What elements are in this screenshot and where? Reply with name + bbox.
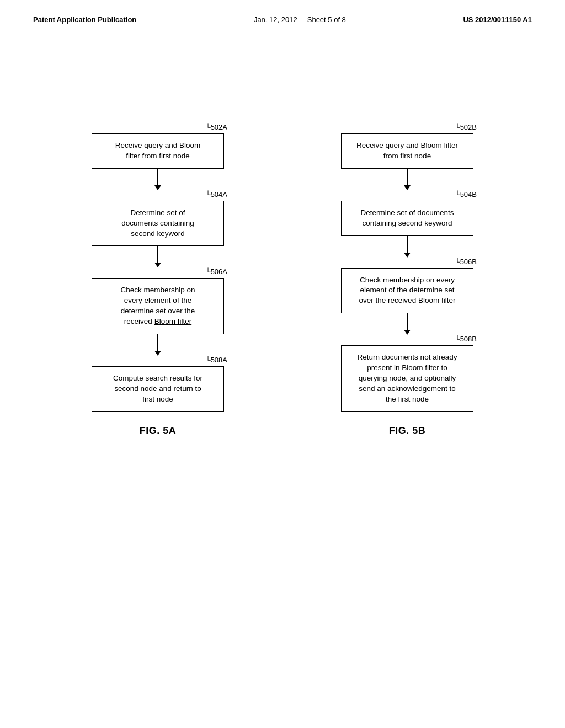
fig-label-5a: FIG. 5A	[140, 425, 177, 437]
labeled-box-508a: └508A Compute search results forsecond n…	[92, 356, 224, 412]
arrow-head-1b	[404, 185, 411, 190]
arrow-line-1a	[157, 169, 158, 185]
arrow-3b	[404, 313, 411, 335]
tag-line-506a: └506A	[92, 267, 224, 277]
tag-line-504a: └504A	[92, 190, 224, 200]
arrow-head-2a	[154, 263, 161, 267]
diagram-5b: └502B Receive query and Bloom filterfrom…	[313, 123, 501, 437]
diagram-5a: └502A Receive query and Bloomfilter from…	[64, 123, 252, 437]
flow-box-504a: Determine set ofdocuments containingseco…	[92, 201, 224, 247]
tag-506a: └506A	[205, 267, 227, 276]
arrow-2a	[154, 246, 161, 267]
header-date-sheet: Jan. 12, 2012 Sheet 5 of 8	[254, 15, 346, 24]
tag-line-508b: └508B	[341, 335, 473, 345]
arrow-head-3b	[404, 330, 411, 335]
header-publication-label: Patent Application Publication	[33, 15, 136, 24]
arrow-line-3a	[157, 334, 158, 351]
arrow-head-2b	[404, 253, 411, 258]
tag-line-504b: └504B	[341, 190, 473, 200]
tag-508a: └508A	[205, 356, 227, 364]
arrow-head-3a	[154, 351, 161, 356]
tag-504b: └504B	[455, 190, 477, 199]
labeled-box-508b: └508B Return documents not alreadypresen…	[341, 335, 473, 411]
labeled-box-502b: └502B Receive query and Bloom filterfrom…	[341, 123, 473, 169]
labeled-box-504b: └504B Determine set of documentscontaini…	[341, 190, 473, 236]
labeled-box-504a: └504A Determine set ofdocuments containi…	[92, 190, 224, 247]
header-patent-number: US 2012/0011150 A1	[463, 15, 532, 24]
tag-line-508a: └508A	[92, 356, 224, 366]
tag-line-502a: └502A	[92, 123, 224, 133]
tag-506b: └506B	[455, 258, 477, 266]
arrow-1a	[154, 169, 161, 190]
arrow-2b	[404, 236, 411, 258]
tag-line-506b: └506B	[341, 258, 473, 267]
underline-bloom: Bloom filter	[154, 317, 192, 325]
tag-508b: └508B	[455, 335, 477, 343]
tag-line-502b: └502B	[341, 123, 473, 133]
arrow-head-1a	[154, 185, 161, 190]
tag-502a: └502A	[205, 123, 227, 131]
tag-504a: └504A	[205, 190, 227, 199]
header-date: Jan. 12, 2012	[254, 15, 297, 24]
arrow-1b	[404, 169, 411, 190]
flow-box-508b: Return documents not alreadypresent in B…	[341, 345, 473, 411]
flow-box-506b: Check membership on everyelement of the …	[341, 268, 473, 314]
flow-box-502a: Receive query and Bloomfilter from first…	[92, 133, 224, 169]
labeled-box-502a: └502A Receive query and Bloomfilter from…	[92, 123, 224, 169]
arrow-line-3b	[407, 313, 408, 330]
fig-label-5b: FIG. 5B	[389, 425, 426, 437]
arrow-3a	[154, 334, 161, 356]
flow-box-502b: Receive query and Bloom filterfrom first…	[341, 133, 473, 169]
labeled-box-506a: └506A Check membership onevery element o…	[92, 267, 224, 334]
arrow-line-2b	[407, 236, 408, 253]
page-header: Patent Application Publication Jan. 12, …	[0, 0, 565, 24]
tag-502b: └502B	[455, 123, 477, 131]
arrow-line-1b	[407, 169, 408, 185]
flow-box-508a: Compute search results forsecond node an…	[92, 366, 224, 412]
labeled-box-506b: └506B Check membership on everyelement o…	[341, 258, 473, 314]
header-sheet: Sheet 5 of 8	[307, 15, 346, 24]
flow-box-504b: Determine set of documentscontaining sec…	[341, 201, 473, 236]
main-content: └502A Receive query and Bloomfilter from…	[0, 24, 565, 437]
arrow-line-2a	[157, 246, 158, 263]
flow-box-506a: Check membership onevery element of thed…	[92, 278, 224, 334]
